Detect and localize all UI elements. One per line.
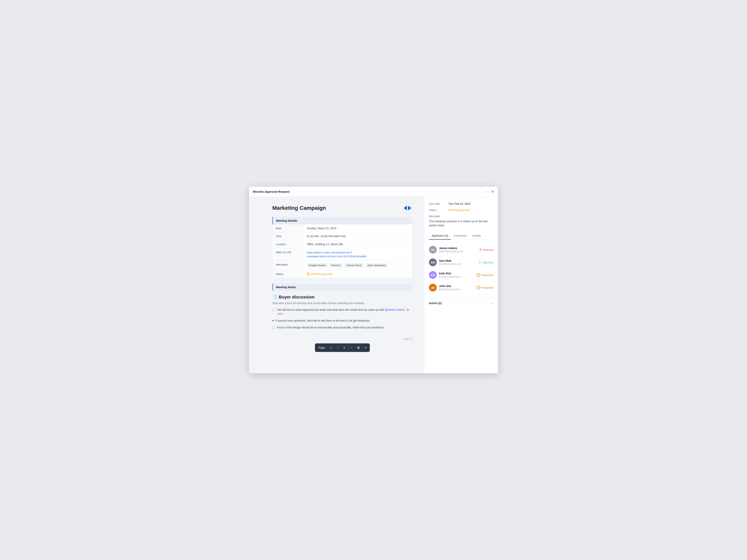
window-title: Minutes Approval Request	[253, 190, 290, 193]
status-badge-rejected: ✕ Rejected	[479, 248, 493, 251]
message-section: Message This meeting's purpose is to fol…	[429, 215, 493, 232]
left-panel: Marketing Campaign Meeting Details Date …	[249, 197, 424, 373]
titlebar-actions: ⋯ ✕	[485, 190, 494, 194]
status-pending: ? Pending approval	[307, 272, 409, 275]
status-badge-requested: ? Requested	[476, 273, 493, 277]
current-page: 1	[328, 346, 335, 349]
square-bullet-icon	[272, 326, 275, 329]
time-value: 01:00 PM - 02:00 PM (GMT+02)	[304, 232, 412, 240]
approver-email: jadams@company.com	[439, 250, 463, 253]
mention: @James Adams	[385, 308, 405, 311]
tab-comments[interactable]: Comments	[451, 232, 470, 240]
action-title: Action (2)	[429, 301, 442, 305]
message-text: This meeting's purpose is to follow up o…	[429, 219, 493, 228]
right-status-value: Pending approval	[448, 209, 470, 212]
avatar: SM	[429, 259, 437, 266]
close-button[interactable]: ✕	[491, 190, 494, 194]
meeting-details-header: Meeting Details	[272, 217, 412, 224]
approver-email: smatt@company.com	[439, 263, 461, 265]
tab-approvers[interactable]: Approvers (4)	[429, 232, 451, 240]
due-date-value: Tue, Feb 16, 2022	[448, 202, 470, 205]
more-button[interactable]: ⋯	[485, 190, 489, 194]
attendee-tag: Jasim Mohamed	[365, 263, 388, 268]
meeting-notes-section: Meeting Notes 🗒️ Buyer discussion Start …	[272, 284, 412, 329]
approver-info: Kate Rob krob@company.com	[439, 272, 460, 278]
notes-intro: Start with a brief introduction and roun…	[272, 301, 412, 305]
meeting-notes-header: Meeting Notes	[272, 284, 412, 291]
due-date-row: Due date Tue, Feb 16, 2022	[429, 202, 493, 205]
table-row: Date Sunday, March 23, 2023	[273, 224, 412, 232]
approver-left: KR Kate Rob krob@company.com	[429, 271, 460, 279]
table-row: Time 01:00 PM - 02:00 PM (GMT+02)	[273, 232, 412, 240]
chevron-down-icon: ⌄	[491, 301, 493, 305]
approver-item: KR Kate Rob krob@company.com ? Requested	[429, 269, 493, 282]
date-value: Sunday, March 23, 2023	[304, 224, 412, 232]
main-content: Marketing Campaign Meeting Details Date …	[249, 197, 498, 373]
approver-info: Sara Matt smatt@company.com	[439, 259, 461, 265]
tab-activity[interactable]: Activity	[470, 232, 484, 240]
requested-icon: ?	[476, 273, 480, 277]
avatar: JD	[429, 284, 437, 291]
page-separator: /	[335, 346, 341, 349]
location-label: Location	[273, 240, 304, 248]
approvers-tabs: Approvers (4) Comments Activity	[429, 232, 493, 240]
approver-item: JD John doe jdoe@company.com ? Requested	[429, 282, 493, 294]
status-badge-approved: ✓ Approved	[478, 261, 493, 264]
table-row: Attendees Khaled Ahmed Fahd Ali Fatima F…	[273, 261, 412, 270]
table-row: Status ? Pending approval	[273, 270, 412, 278]
status-label: Status	[273, 270, 304, 278]
zoom-fit-button[interactable]: ⊕	[355, 343, 362, 352]
doc-title: Marketing Campaign	[272, 205, 326, 211]
approver-info: James Adams jadams@company.com	[439, 246, 463, 253]
status-badge-requested-2: ? Requested	[476, 286, 493, 289]
doc-header: Marketing Campaign	[272, 205, 412, 212]
action-header[interactable]: Action (2) ⌄	[429, 301, 493, 305]
page-indicator: Page 01	[272, 337, 412, 340]
avatar: JA	[429, 246, 437, 254]
table-row: Location Office, Building 13, Street 266	[273, 240, 412, 248]
attendee-tag: Khaled Ahmed	[307, 263, 328, 268]
approver-list: JA James Adams jadams@company.com ✕ Reje…	[429, 243, 493, 294]
attendee-tags: Khaled Ahmed Fahd Ali Fatima Faisal Jasi…	[307, 263, 409, 268]
time-label: Time	[273, 232, 304, 240]
zoom-out-button[interactable]: −	[348, 343, 355, 352]
approver-item: JA James Adams jadams@company.com ✕ Reje…	[429, 243, 493, 256]
requested-label-2: Requested	[481, 286, 493, 289]
attendees-label: Attendees	[273, 261, 304, 270]
rejected-icon: ✕	[479, 248, 483, 251]
right-status-label: Status	[429, 209, 448, 212]
approver-item: SM Sara Matt smatt@company.com ✓ Approve…	[429, 256, 493, 269]
status-row: Status Pending approval	[429, 209, 493, 212]
status-value: ? Pending approval	[304, 270, 412, 278]
approver-name: John doe	[439, 285, 460, 288]
approver-email: krob@company.com	[439, 275, 460, 278]
meeting-link[interactable]: https://platform.adam.ai/meetings/room?m…	[307, 251, 366, 258]
note-item-dot: If anyone have questions, feel free to a…	[272, 319, 412, 323]
requested-label: Requested	[481, 273, 493, 276]
note-text-square: Focus of the design should be on functio…	[277, 325, 384, 329]
link-label: adam.ai Link	[273, 248, 304, 261]
action-section: Action (2) ⌄	[429, 298, 493, 305]
bottom-toolbar: Page 1 / 2 − ⊕ +	[272, 340, 412, 355]
circle-bullet-icon	[272, 309, 276, 312]
table-row: adam.ai Link https://platform.adam.ai/me…	[273, 248, 412, 261]
approver-left: SM Sara Matt smatt@company.com	[429, 259, 461, 266]
total-pages: 2	[341, 346, 348, 349]
page-label: Page	[316, 346, 328, 349]
avatar: KR	[429, 271, 437, 279]
adam-logo-icon	[403, 205, 412, 212]
link-value: https://platform.adam.ai/meetings/room?m…	[304, 248, 412, 261]
pending-icon: ?	[307, 272, 310, 275]
dot-bullet-icon	[272, 320, 274, 321]
zoom-in-button[interactable]: +	[362, 343, 369, 352]
titlebar: Minutes Approval Request ⋯ ✕	[249, 187, 498, 197]
approver-name: James Adams	[439, 246, 463, 250]
pagination-toolbar: Page 1 / 2 − ⊕ +	[315, 343, 369, 352]
approved-icon: ✓	[478, 261, 482, 264]
right-panel: Due date Tue, Feb 16, 2022 Status Pendin…	[424, 197, 498, 373]
discussion-title: 🗒️ Buyer discussion	[272, 295, 412, 300]
date-label: Date	[273, 224, 304, 232]
note-item-square: Focus of the design should be on functio…	[272, 325, 412, 329]
discussion-emoji: 🗒️	[272, 295, 278, 299]
rejected-label: Rejected	[483, 248, 493, 251]
